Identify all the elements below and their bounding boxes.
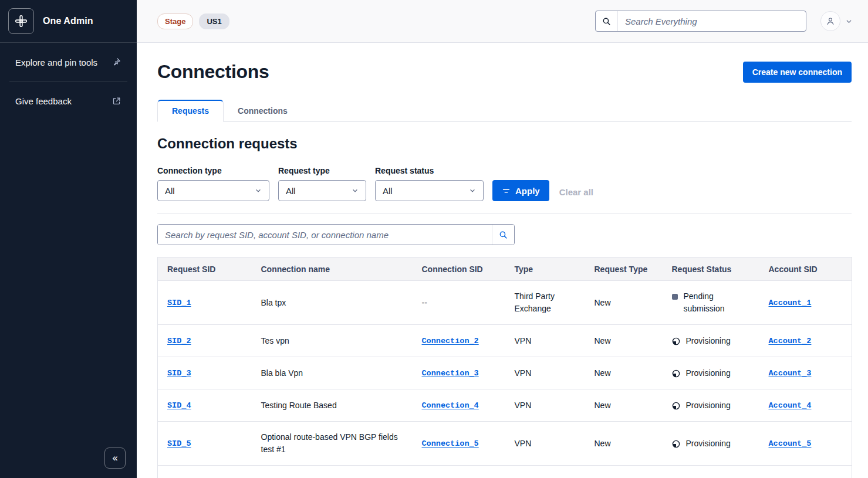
table-row: SID_1 Bla tpx -- Third Party Exchange Ne… (158, 281, 852, 325)
request-sid-link[interactable]: SID_2 (167, 337, 191, 345)
sidebar-header: One Admin (0, 0, 137, 43)
request-type-text: New (595, 439, 611, 448)
type-text: VPN (515, 368, 532, 378)
request-sid-link[interactable]: SID_1 (167, 299, 191, 307)
table-search-button[interactable] (492, 225, 514, 245)
request-status-text: Provisioning (686, 438, 731, 450)
request-sid-link[interactable]: SID_5 (167, 439, 191, 448)
chevron-down-icon (469, 187, 476, 194)
request-type-text: New (595, 336, 611, 345)
table-body: SID_1 Bla tpx -- Third Party Exchange Ne… (158, 281, 852, 478)
connection-sid-link[interactable]: Connection_5 (422, 439, 479, 448)
app-title: One Admin (43, 16, 93, 26)
request-type-text: New (595, 298, 611, 307)
connection-requests-table: Request SID Connection name Connection S… (157, 257, 852, 478)
create-new-connection-button[interactable]: Create new connection (743, 62, 852, 83)
request-status-filter: Request status All (375, 166, 484, 201)
connection-type-select[interactable]: All (157, 180, 269, 201)
request-type-filter: Request type All (278, 166, 366, 201)
column-header-request-type: Request Type (585, 257, 663, 281)
sidebar-item-label: Give feedback (15, 96, 72, 106)
chevron-down-icon (255, 187, 262, 194)
table-row (158, 466, 852, 478)
type-text: VPN (515, 336, 532, 345)
search-icon (498, 230, 508, 240)
request-status-select[interactable]: All (375, 180, 484, 201)
one-admin-logo[interactable] (8, 8, 34, 34)
request-type-text: New (595, 368, 611, 378)
connection-name-text: Testing Route Based (261, 401, 337, 410)
request-sid-link[interactable]: SID_3 (167, 369, 191, 378)
table-row: SID_5 Optional route-based VPN BGP field… (158, 422, 852, 466)
global-search (595, 11, 806, 32)
column-header-account-sid: Account SID (759, 257, 852, 281)
search-icon[interactable] (596, 11, 618, 31)
connection-type-label: Connection type (157, 166, 269, 175)
request-type-select[interactable]: All (278, 180, 366, 201)
table-search-input[interactable] (158, 225, 492, 245)
type-text: VPN (515, 401, 532, 410)
tab-connections[interactable]: Connections (224, 101, 302, 121)
tabs: Requests Connections (157, 100, 852, 122)
external-link-icon (112, 96, 121, 106)
request-sid-link[interactable]: SID_4 (167, 401, 191, 410)
account-sid-link[interactable]: Account_1 (769, 299, 812, 307)
global-search-input[interactable] (618, 11, 806, 31)
connection-sid-text: -- (422, 298, 427, 307)
table-row: SID_2 Tes vpn Connection_2 VPN New Provi… (158, 325, 852, 357)
section-title: Connection requests (157, 135, 852, 152)
region-badge: US1 (199, 13, 229, 29)
clear-all-button[interactable]: Clear all (559, 187, 593, 197)
avatar[interactable] (820, 11, 840, 31)
connection-sid-link[interactable]: Connection_2 (422, 337, 479, 345)
column-header-request-status: Request Status (663, 257, 759, 281)
column-header-type: Type (505, 257, 585, 281)
sidebar-item-label: Explore and pin tools (15, 57, 97, 67)
request-type-label: Request type (278, 166, 366, 175)
connection-name-text: Bla bla Vpn (261, 368, 303, 378)
connection-type-value: All (165, 186, 175, 196)
connection-sid-link[interactable]: Connection_3 (422, 369, 479, 378)
environment-badge: Stage (157, 13, 193, 29)
divider (157, 213, 852, 213)
request-status-text: Pending submission (684, 290, 750, 315)
chevron-down-icon[interactable] (845, 18, 853, 25)
account-sid-link[interactable]: Account_2 (769, 337, 812, 345)
table-row: SID_3 Bla bla Vpn Connection_3 VPN New P… (158, 357, 852, 389)
request-type-text: New (595, 401, 611, 410)
tab-requests[interactable]: Requests (157, 100, 224, 122)
sidebar: One Admin Explore and pin tools Give fee… (0, 0, 137, 478)
main-content: Connections Create new connection Reques… (137, 43, 868, 478)
type-text: VPN (515, 439, 532, 448)
sidebar-item-give-feedback[interactable]: Give feedback (0, 82, 137, 120)
provisioning-pie-icon (672, 337, 680, 345)
page-title: Connections (157, 61, 269, 83)
request-type-value: All (286, 186, 296, 196)
account-sid-link[interactable]: Account_3 (769, 369, 812, 378)
chevron-down-icon (352, 187, 359, 194)
table-header-row: Request SID Connection name Connection S… (158, 257, 852, 281)
request-status-text: Provisioning (686, 399, 731, 412)
connection-name-text: Optional route-based VPN BGP fields test… (261, 432, 398, 454)
pin-icon (111, 57, 121, 67)
table-search (157, 224, 515, 245)
provisioning-pie-icon (672, 440, 680, 448)
request-status-value: All (383, 186, 393, 196)
column-header-request-sid: Request SID (158, 257, 252, 281)
request-status-text: Provisioning (686, 367, 731, 379)
user-menu[interactable] (820, 11, 853, 31)
account-sid-link[interactable]: Account_5 (769, 439, 812, 448)
type-text: Third Party Exchange (515, 291, 555, 313)
connection-type-filter: Connection type All (157, 166, 269, 201)
apply-label: Apply (515, 186, 540, 196)
filter-icon (502, 187, 511, 195)
sidebar-collapse-button[interactable]: « (104, 448, 126, 469)
request-status-label: Request status (375, 166, 484, 175)
account-sid-link[interactable]: Account_4 (769, 401, 812, 410)
column-header-connection-sid: Connection SID (413, 257, 505, 281)
sidebar-item-explore-and-pin-tools[interactable]: Explore and pin tools (0, 43, 137, 82)
connection-sid-link[interactable]: Connection_4 (422, 401, 479, 410)
apply-button[interactable]: Apply (492, 180, 549, 201)
pinwheel-logo-icon (13, 13, 29, 29)
provisioning-pie-icon (672, 369, 680, 378)
